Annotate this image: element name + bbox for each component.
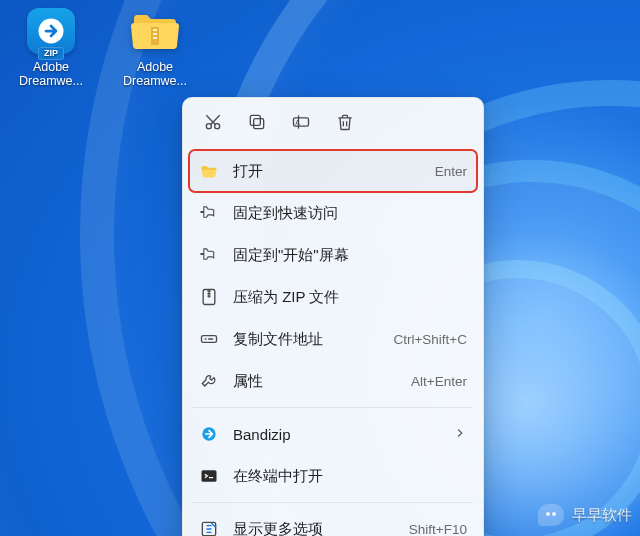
pin-icon bbox=[199, 245, 219, 265]
zip-archive-icon: ZIP bbox=[27, 8, 75, 54]
watermark: 早早软件 bbox=[538, 504, 632, 526]
folder-icon bbox=[131, 8, 179, 54]
svg-text:A: A bbox=[295, 119, 300, 126]
svg-rect-8 bbox=[250, 115, 260, 125]
svg-rect-14 bbox=[202, 470, 217, 482]
menu-item-bandizip[interactable]: Bandizip bbox=[189, 413, 477, 455]
menu-item-label: 打开 bbox=[233, 162, 421, 181]
terminal-icon bbox=[199, 466, 219, 486]
copy-icon bbox=[247, 112, 267, 136]
bandizip-icon bbox=[199, 424, 219, 444]
menu-item-label: 属性 bbox=[233, 372, 397, 391]
delete-button[interactable] bbox=[325, 106, 365, 142]
context-menu-toolbar: A bbox=[189, 104, 477, 150]
menu-item-more[interactable]: 显示更多选项 Shift+F10 bbox=[189, 508, 477, 536]
zip-file-icon bbox=[199, 287, 219, 307]
folder-open-icon bbox=[199, 161, 219, 181]
menu-item-label: 复制文件地址 bbox=[233, 330, 379, 349]
context-menu-section-2: Bandizip 在终端中打开 bbox=[189, 413, 477, 497]
rename-icon: A bbox=[291, 112, 311, 136]
menu-item-compress[interactable]: 压缩为 ZIP 文件 bbox=[189, 276, 477, 318]
menu-item-terminal[interactable]: 在终端中打开 bbox=[189, 455, 477, 497]
menu-item-pin-quick[interactable]: 固定到快速访问 bbox=[189, 192, 477, 234]
rename-button[interactable]: A bbox=[281, 106, 321, 142]
svg-rect-4 bbox=[153, 37, 157, 39]
menu-item-label: 在终端中打开 bbox=[233, 467, 467, 486]
context-menu-section-3: 显示更多选项 Shift+F10 bbox=[189, 508, 477, 536]
menu-item-copy-path[interactable]: 复制文件地址 Ctrl+Shift+C bbox=[189, 318, 477, 360]
scissors-icon bbox=[203, 112, 223, 136]
menu-item-shortcut: Shift+F10 bbox=[409, 522, 467, 537]
svg-rect-2 bbox=[153, 29, 157, 31]
wechat-icon bbox=[538, 504, 564, 526]
desktop[interactable]: ZIP Adobe Dreamwe... Adobe Dreamwe... bbox=[0, 0, 640, 536]
menu-separator bbox=[193, 407, 473, 408]
copy-button[interactable] bbox=[237, 106, 277, 142]
menu-item-shortcut: Alt+Enter bbox=[411, 374, 467, 389]
svg-rect-7 bbox=[254, 119, 264, 129]
cut-button[interactable] bbox=[193, 106, 233, 142]
watermark-text: 早早软件 bbox=[572, 506, 632, 525]
menu-item-open[interactable]: 打开 Enter bbox=[189, 150, 477, 192]
menu-item-shortcut: Enter bbox=[435, 164, 467, 179]
desktop-icon-label: Adobe Dreamwe... bbox=[112, 60, 198, 88]
menu-item-label: 固定到快速访问 bbox=[233, 204, 467, 223]
context-menu-section-1: 打开 Enter 固定到快速访问 固定到"开始"屏幕 压缩为 ZIP 文件 复制… bbox=[189, 150, 477, 402]
desktop-icons: ZIP Adobe Dreamwe... Adobe Dreamwe... bbox=[8, 8, 198, 88]
desktop-icon-zip[interactable]: ZIP Adobe Dreamwe... bbox=[8, 8, 94, 88]
path-icon bbox=[199, 329, 219, 349]
more-icon bbox=[199, 519, 219, 536]
svg-rect-3 bbox=[153, 33, 157, 35]
menu-item-label: 压缩为 ZIP 文件 bbox=[233, 288, 467, 307]
menu-item-shortcut: Ctrl+Shift+C bbox=[393, 332, 467, 347]
menu-item-label: 显示更多选项 bbox=[233, 520, 395, 537]
pin-icon bbox=[199, 203, 219, 223]
menu-item-properties[interactable]: 属性 Alt+Enter bbox=[189, 360, 477, 402]
menu-item-label: Bandizip bbox=[233, 426, 439, 443]
trash-icon bbox=[335, 112, 355, 136]
svg-point-6 bbox=[215, 124, 220, 129]
svg-point-5 bbox=[206, 124, 211, 129]
menu-item-label: 固定到"开始"屏幕 bbox=[233, 246, 467, 265]
desktop-icon-label: Adobe Dreamwe... bbox=[8, 60, 94, 88]
chevron-right-icon bbox=[453, 426, 467, 443]
desktop-icon-folder[interactable]: Adobe Dreamwe... bbox=[112, 8, 198, 88]
menu-separator bbox=[193, 502, 473, 503]
menu-item-pin-start[interactable]: 固定到"开始"屏幕 bbox=[189, 234, 477, 276]
context-menu: A 打开 Enter 固定到快速访问 固定到"开始"屏幕 压缩为 Z bbox=[182, 97, 484, 536]
wrench-icon bbox=[199, 371, 219, 391]
